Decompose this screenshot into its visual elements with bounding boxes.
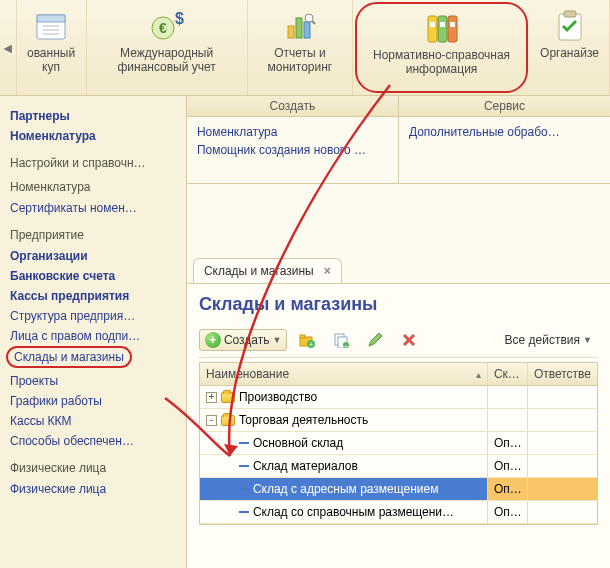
service-link[interactable]: Дополнительные обрабо… [409, 123, 600, 141]
row-name: Склад материалов [253, 459, 358, 473]
table-row[interactable]: +Производство [200, 386, 597, 409]
sidebar-group-title: Номенклатура [10, 180, 180, 194]
sidebar-item[interactable]: Кассы ККМ [10, 411, 180, 431]
sidebar: Партнеры Номенклатура Настройки и справо… [0, 96, 187, 568]
top-item-3[interactable]: Нормативно-справочная информация [355, 2, 528, 93]
panel-header: Сервис [399, 96, 610, 117]
all-actions-button[interactable]: Все действия ▼ [499, 330, 598, 350]
sidebar-item[interactable]: Проекты [10, 371, 180, 391]
create-button[interactable]: + Создать ▼ [199, 329, 288, 351]
sidebar-item[interactable]: Графики работы [10, 391, 180, 411]
chart-icon [282, 6, 318, 46]
expand-icon[interactable]: + [206, 392, 217, 403]
row-name: Склад с адресным размещением [253, 482, 439, 496]
item-icon [239, 465, 249, 467]
top-item-4[interactable]: Органайзе [530, 0, 610, 95]
sort-asc-icon: ▴ [476, 369, 481, 380]
svg-text:€: € [159, 20, 167, 36]
cell-sk: Оп… [488, 478, 528, 500]
cell-name: -Торговая деятельность [200, 409, 488, 431]
sidebar-item-warehouses[interactable]: Склады и магазины [6, 346, 132, 368]
sidebar-group-title: Предприятие [10, 228, 180, 242]
table-row[interactable]: Склад со справочным размещени…Оп… [200, 501, 597, 524]
cell-sk [488, 386, 528, 408]
service-panel: Сервис Дополнительные обрабо… [399, 96, 610, 183]
col-name[interactable]: Наименование ▴ [200, 363, 488, 385]
tab-close-icon[interactable]: × [324, 264, 331, 278]
calendar-icon [34, 6, 68, 46]
sidebar-item[interactable]: Лица с правом подпи… [10, 326, 180, 346]
col-sk[interactable]: Ск… [488, 363, 528, 385]
top-item-label: Международный финансовый учет [95, 46, 239, 74]
tab-warehouses[interactable]: Склады и магазины × [193, 258, 342, 283]
edit-button[interactable] [361, 329, 389, 351]
cell-name: Склад материалов [200, 455, 488, 477]
top-item-0[interactable]: ованный куп [17, 0, 87, 95]
cell-sk: Оп… [488, 432, 528, 454]
svg-point-11 [305, 14, 313, 22]
svg-rect-8 [288, 26, 294, 38]
currency-icon: €$ [149, 6, 185, 46]
svg-rect-22 [300, 335, 305, 338]
top-item-1[interactable]: €$ Международный финансовый учет [87, 0, 248, 95]
sidebar-item[interactable]: Банковские счета [10, 266, 180, 286]
sidebar-item[interactable]: Сертификаты номен… [10, 198, 180, 218]
svg-text:$: $ [175, 10, 184, 27]
delete-button[interactable] [395, 329, 423, 351]
cell-resp [528, 455, 597, 477]
table-row[interactable]: Склад материаловОп… [200, 455, 597, 478]
folder-icon [221, 392, 235, 403]
chevron-down-icon: ▼ [583, 335, 592, 345]
sidebar-item[interactable]: Партнеры [10, 106, 180, 126]
clipboard-icon [553, 6, 587, 46]
sidebar-group-title[interactable]: Настройки и справочн… [10, 156, 180, 170]
cell-sk: Оп… [488, 455, 528, 477]
toolbar: + Создать ▼ + + Все действия [199, 325, 598, 358]
top-item-label: Отчеты и мониторинг [256, 46, 344, 74]
row-name: Торговая деятельность [239, 413, 368, 427]
item-icon [239, 488, 249, 490]
svg-rect-10 [304, 22, 310, 38]
create-link[interactable]: Номенклатура [197, 123, 388, 141]
back-arrow[interactable]: ◄ [0, 0, 17, 95]
sidebar-item[interactable]: Кассы предприятия [10, 286, 180, 306]
svg-text:+: + [345, 343, 349, 349]
sidebar-group-title: Физические лица [10, 461, 180, 475]
create-link[interactable]: Помощник создания нового … [197, 141, 388, 159]
page-title: Склады и магазины [199, 294, 598, 315]
binders-icon [422, 8, 462, 48]
new-folder-button[interactable]: + [293, 329, 321, 351]
svg-rect-20 [564, 11, 576, 17]
sidebar-item[interactable]: Организации [10, 246, 180, 266]
sidebar-item[interactable]: Номенклатура [10, 126, 180, 146]
svg-rect-1 [37, 15, 65, 22]
svg-rect-17 [440, 22, 445, 27]
tab-label: Склады и магазины [204, 264, 314, 278]
collapse-icon[interactable]: - [206, 415, 217, 426]
svg-rect-14 [438, 16, 447, 42]
svg-rect-9 [296, 18, 302, 38]
content-area: Создать Номенклатура Помощник создания н… [187, 96, 610, 568]
plus-icon: + [205, 332, 221, 348]
svg-text:+: + [309, 341, 313, 348]
top-item-label: Нормативно-справочная информация [363, 48, 520, 76]
create-panel: Создать Номенклатура Помощник создания н… [187, 96, 399, 183]
col-resp[interactable]: Ответстве [528, 363, 597, 385]
top-item-2[interactable]: Отчеты и мониторинг [248, 0, 353, 95]
sidebar-item[interactable]: Физические лица [10, 479, 180, 499]
grid-header: Наименование ▴ Ск… Ответстве [200, 363, 597, 386]
cell-resp [528, 386, 597, 408]
cell-name: +Производство [200, 386, 488, 408]
table-row[interactable]: Склад с адресным размещениемОп… [200, 478, 597, 501]
svg-rect-15 [448, 16, 457, 42]
table-row[interactable]: Основной складОп… [200, 432, 597, 455]
svg-rect-16 [430, 22, 435, 27]
panel-header: Создать [187, 96, 398, 117]
cell-resp [528, 409, 597, 431]
sidebar-item[interactable]: Способы обеспечен… [10, 431, 180, 451]
sidebar-item[interactable]: Структура предприя… [10, 306, 180, 326]
copy-button[interactable]: + [327, 329, 355, 351]
folder-icon [221, 415, 235, 426]
top-item-label: ованный куп [25, 46, 78, 74]
table-row[interactable]: -Торговая деятельность [200, 409, 597, 432]
